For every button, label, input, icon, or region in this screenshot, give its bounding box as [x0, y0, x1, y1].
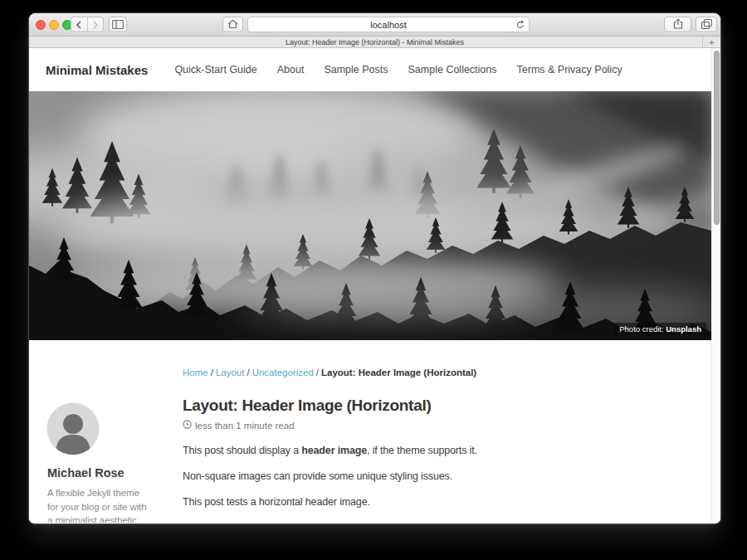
- breadcrumb: Home/Layout/Uncategorized/Layout: Header…: [183, 368, 691, 377]
- author-name: Michael Rose: [47, 466, 183, 480]
- history-nav-group: [71, 17, 104, 32]
- share-button[interactable]: [664, 17, 691, 32]
- chevron-left-icon: [76, 17, 82, 32]
- page-title: Layout: Header Image (Horizontal): [183, 397, 691, 415]
- paragraph-1: This post should display a header image,…: [183, 445, 691, 456]
- breadcrumb-separator: /: [314, 368, 321, 377]
- breadcrumb-separator: /: [208, 368, 216, 377]
- breadcrumb-current: Layout: Header Image (Horizontal): [321, 368, 476, 377]
- tab-bar: Layout: Header Image (Horizontal) - Mini…: [29, 37, 720, 48]
- browser-window: localhost Layout: Header Image (Horizont…: [29, 13, 720, 523]
- minimize-window-button[interactable]: [49, 20, 59, 30]
- show-all-tabs-button[interactable]: [696, 17, 717, 32]
- page-content: Minimal Mistakes Quick-Start Guide About…: [29, 48, 720, 523]
- close-window-button[interactable]: [36, 20, 46, 30]
- paragraph-3: This post tests a horizontal header imag…: [183, 496, 691, 508]
- breadcrumb-home-link[interactable]: Home: [183, 368, 208, 377]
- site-nav: Quick-Start Guide About Sample Posts Sam…: [174, 64, 622, 75]
- paragraph-2: Non-square images can provide some uniqu…: [183, 470, 691, 482]
- post-layout: Michael Rose A flexible Jekyll theme for…: [29, 340, 711, 523]
- breadcrumb-uncategorized-link[interactable]: Uncategorized: [252, 368, 314, 377]
- new-tab-button[interactable]: +: [702, 37, 720, 47]
- foggy-forest-illustration: [29, 91, 711, 340]
- breadcrumb-separator: /: [244, 368, 251, 377]
- chevron-right-icon: [92, 17, 99, 32]
- reload-icon[interactable]: [515, 19, 525, 32]
- photo-credit-link[interactable]: Unsplash: [666, 324, 701, 334]
- url-text: localhost: [370, 20, 406, 30]
- sidebar-icon: [112, 17, 124, 32]
- nav-link-sample-collections[interactable]: Sample Collections: [408, 64, 497, 75]
- site-title-link[interactable]: Minimal Mistakes: [46, 63, 148, 77]
- paragraph-1-text: This post should display a: [183, 445, 301, 456]
- post-body: This post should display a header image,…: [183, 445, 691, 508]
- tabs-overview-icon: [701, 17, 712, 32]
- header-image: Photo credit: Unsplash: [29, 91, 711, 340]
- address-bar[interactable]: localhost: [247, 17, 530, 32]
- avatar: [47, 403, 99, 455]
- post-main: Home/Layout/Uncategorized/Layout: Header…: [183, 340, 711, 523]
- paragraph-1-text-after: , if the theme supports it.: [367, 445, 477, 456]
- nav-link-quick-start-guide[interactable]: Quick-Start Guide: [174, 64, 256, 75]
- home-button[interactable]: [222, 17, 243, 32]
- author-sidebar: Michael Rose A flexible Jekyll theme for…: [29, 340, 183, 523]
- photo-credit-label: Photo credit:: [619, 324, 666, 334]
- home-icon: [227, 17, 238, 32]
- breadcrumb-layout-link[interactable]: Layout: [216, 368, 245, 377]
- nav-link-sample-posts[interactable]: Sample Posts: [324, 64, 388, 75]
- site-masthead: Minimal Mistakes Quick-Start Guide About…: [29, 48, 720, 91]
- forward-button[interactable]: [88, 17, 104, 32]
- browser-toolbar: localhost: [29, 13, 720, 37]
- share-icon: [673, 17, 683, 32]
- post-meta: less than 1 minute read: [183, 420, 691, 431]
- nav-link-terms-privacy[interactable]: Terms & Privacy Policy: [517, 64, 622, 75]
- clock-icon: [183, 420, 192, 431]
- author-bio: A flexible Jekyll theme for your blog or…: [47, 486, 149, 523]
- scrollbar-track[interactable]: [711, 48, 720, 523]
- person-silhouette-icon: [47, 403, 99, 455]
- read-time: less than 1 minute read: [195, 421, 295, 431]
- active-tab[interactable]: Layout: Header Image (Horizontal) - Mini…: [286, 38, 464, 46]
- photo-credit: Photo credit: Unsplash: [614, 323, 706, 335]
- sidebar-toggle-button[interactable]: [109, 17, 127, 32]
- nav-link-about[interactable]: About: [277, 64, 305, 75]
- back-button[interactable]: [71, 17, 88, 32]
- paragraph-1-bold: header image: [301, 445, 367, 456]
- scrollbar-thumb[interactable]: [714, 51, 720, 225]
